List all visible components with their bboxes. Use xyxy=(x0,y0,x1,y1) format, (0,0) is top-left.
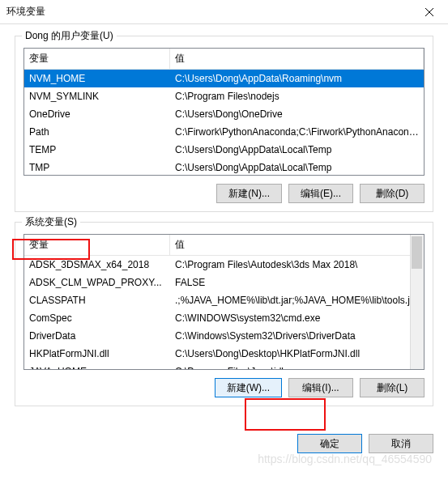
cell-value: FALSE xyxy=(170,275,424,290)
header-value[interactable]: 值 xyxy=(170,235,424,255)
titlebar: 环境变量 xyxy=(0,0,448,24)
close-icon xyxy=(425,8,433,16)
table-row[interactable]: NVM_HOMEC:\Users\Dong\AppData\Roaming\nv… xyxy=(24,70,424,87)
user-edit-button[interactable]: 编辑(E)... xyxy=(288,184,353,203)
table-row[interactable]: ADSK_3DSMAX_x64_2018C:\Program Files\Aut… xyxy=(24,256,424,274)
header-variable[interactable]: 变量 xyxy=(24,235,170,255)
cell-variable: TMP xyxy=(24,160,170,175)
cell-variable: HKPlatFormJNI.dll xyxy=(24,346,170,361)
table-row[interactable]: ADSK_CLM_WPAD_PROXY...FALSE xyxy=(24,274,424,291)
table-header: 变量 值 xyxy=(24,235,424,256)
cell-value: C:\WINDOWS\system32\cmd.exe xyxy=(170,311,424,325)
user-vars-legend: Dong 的用户变量(U) xyxy=(22,29,117,43)
cell-variable: NVM_SYMLINK xyxy=(24,89,170,104)
cell-value: C:\Users\Dong\Desktop\HKPlatFormJNI.dll xyxy=(170,346,424,361)
cell-value: C:\Program Files\Autodesk\3ds Max 2018\ xyxy=(170,257,424,272)
user-button-row: 新建(N)... 编辑(E)... 删除(D) xyxy=(23,184,425,203)
cell-value: C:\Users\Dong\AppData\Local\Temp xyxy=(170,160,424,175)
cancel-button[interactable]: 取消 xyxy=(369,434,433,453)
dialog-content: Dong 的用户变量(U) 变量 值 NVM_HOMEC:\Users\Dong… xyxy=(0,24,448,426)
header-value[interactable]: 值 xyxy=(170,49,424,69)
user-vars-group: Dong 的用户变量(U) 变量 值 NVM_HOMEC:\Users\Dong… xyxy=(15,36,433,212)
cell-variable: Path xyxy=(24,125,170,139)
cell-value: C:\Users\Dong\AppData\Local\Temp xyxy=(170,142,424,157)
table-row[interactable]: DriverDataC:\Windows\System32\Drivers\Dr… xyxy=(24,327,424,345)
scrollbar[interactable] xyxy=(410,235,424,369)
window-title: 环境变量 xyxy=(6,5,45,19)
user-new-button[interactable]: 新建(N)... xyxy=(216,184,282,203)
cell-variable: CLASSPATH xyxy=(24,293,170,308)
cell-value: C:\Windows\System32\Drivers\DriverData xyxy=(170,329,424,343)
cell-variable: DriverData xyxy=(24,329,170,343)
table-row[interactable]: OneDriveC:\Users\Dong\OneDrive xyxy=(24,105,424,123)
cell-value: C:\Users\Dong\OneDrive xyxy=(170,107,424,121)
system-new-button[interactable]: 新建(W)... xyxy=(215,378,282,397)
table-row[interactable]: JAVA_HOMEC:\Program Files\Java\jdk xyxy=(24,363,424,369)
cell-value: C:\Program Files\Java\jdk xyxy=(170,364,424,369)
table-row[interactable]: PathC:\Firwork\PythonAnaconda;C:\Firwork… xyxy=(24,123,424,141)
table-row[interactable]: ComSpecC:\WINDOWS\system32\cmd.exe xyxy=(24,309,424,327)
table-row[interactable]: CLASSPATH.;%JAVA_HOME%\lib\dt.jar;%JAVA_… xyxy=(24,291,424,309)
ok-button[interactable]: 确定 xyxy=(297,434,362,453)
table-row[interactable]: TMPC:\Users\Dong\AppData\Local\Temp xyxy=(24,159,424,175)
system-vars-group: 系统变量(S) 变量 值 ADSK_3DSMAX_x64_2018C:\Prog… xyxy=(15,222,433,406)
system-edit-button[interactable]: 编辑(I)... xyxy=(288,378,353,397)
dialog-button-row: 确定 取消 xyxy=(0,426,448,453)
cell-variable: JAVA_HOME xyxy=(24,364,170,369)
user-delete-button[interactable]: 删除(D) xyxy=(360,184,425,203)
cell-variable: TEMP xyxy=(24,142,170,157)
system-table-body: ADSK_3DSMAX_x64_2018C:\Program Files\Aut… xyxy=(24,256,424,369)
cell-value: C:\Firwork\PythonAnaconda;C:\Firwork\Pyt… xyxy=(170,125,424,139)
system-delete-button[interactable]: 删除(L) xyxy=(360,378,425,397)
scrollbar-thumb[interactable] xyxy=(412,236,422,269)
watermark: https://blog.csdn.net/qq_46554590 xyxy=(258,452,432,465)
system-vars-table[interactable]: 变量 值 ADSK_3DSMAX_x64_2018C:\Program File… xyxy=(23,234,425,370)
table-header: 变量 值 xyxy=(24,49,424,70)
user-table-body: NVM_HOMEC:\Users\Dong\AppData\Roaming\nv… xyxy=(24,70,424,175)
close-button[interactable] xyxy=(411,0,448,24)
cell-value: C:\Program Files\nodejs xyxy=(170,89,424,104)
table-row[interactable]: HKPlatFormJNI.dllC:\Users\Dong\Desktop\H… xyxy=(24,345,424,363)
user-vars-table[interactable]: 变量 值 NVM_HOMEC:\Users\Dong\AppData\Roami… xyxy=(23,48,425,176)
cell-variable: OneDrive xyxy=(24,107,170,121)
cell-variable: ADSK_3DSMAX_x64_2018 xyxy=(24,257,170,272)
table-row[interactable]: TEMPC:\Users\Dong\AppData\Local\Temp xyxy=(24,141,424,159)
system-button-row: 新建(W)... 编辑(I)... 删除(L) xyxy=(23,378,425,397)
cell-variable: ComSpec xyxy=(24,311,170,325)
cell-variable: ADSK_CLM_WPAD_PROXY... xyxy=(24,275,170,290)
system-vars-legend: 系统变量(S) xyxy=(22,215,80,229)
cell-value: .;%JAVA_HOME%\lib\dt.jar;%JAVA_HOME%\lib… xyxy=(170,293,424,308)
cell-value: C:\Users\Dong\AppData\Roaming\nvm xyxy=(170,71,424,86)
table-row[interactable]: NVM_SYMLINKC:\Program Files\nodejs xyxy=(24,87,424,105)
cell-variable: NVM_HOME xyxy=(24,71,170,86)
header-variable[interactable]: 变量 xyxy=(24,49,170,69)
